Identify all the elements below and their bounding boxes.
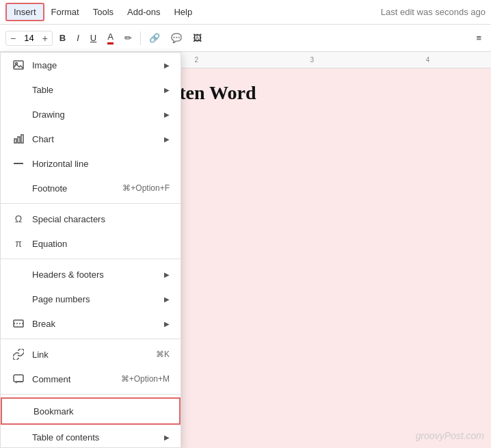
italic-button[interactable]: I [72,31,83,45]
divider-divider3 [1,339,181,339]
label-break: Break [32,319,161,329]
menu-item-horizontal-line[interactable]: Horizontal line [1,151,181,176]
shortcut-comment: ⌘+Option+M [121,374,170,384]
empty-icon-table [12,83,25,96]
ruler-mark-2: 2 [194,56,198,64]
svg-rect-8 [14,375,23,382]
empty-icon-drawing [12,107,25,121]
arrow-break: ▶ [164,320,170,328]
label-page-numbers: Page numbers [32,294,161,304]
arrow-chart: ▶ [164,135,170,143]
svg-rect-4 [21,135,23,143]
menu-item-drawing[interactable]: Drawing ▶ [1,102,181,127]
menu-item-headers-footers[interactable]: Headers & footers ▶ [1,262,181,287]
link-icon [12,347,25,361]
menu-item-chart[interactable]: Chart ▶ [1,127,181,151]
watermark: groovyPost.com [416,430,484,441]
chart-icon [12,132,25,146]
bold-button[interactable]: B [55,31,70,45]
font-color-button[interactable]: A [103,29,118,47]
label-table: Table [32,85,161,95]
svg-rect-6 [14,320,23,327]
label-special-chars: Special characters [32,214,170,224]
menu-icon-button[interactable]: ≡ [472,31,486,45]
arrow-drawing: ▶ [164,111,170,118]
menu-item-comment[interactable]: Comment ⌘+Option+M [1,367,181,391]
last-edit-label: Last edit was seconds ago [381,7,486,17]
empty-icon-bookmark [13,404,27,418]
label-footnote: Footnote [32,183,117,194]
label-link: Link [32,350,150,360]
ruler-mark-4: 4 [426,56,430,64]
label-drawing: Drawing [32,109,161,120]
font-size-value: 14 [20,31,38,44]
menu-bar: Insert Format Tools Add-ons Help Last ed… [0,0,491,25]
arrow-toc: ▶ [164,434,170,441]
main-layout: Image ▶ Table ▶ Drawing ▶ Chart ▶ Horizo… [0,52,491,448]
comment-icon [12,372,25,386]
menu-item-page-numbers[interactable]: Page numbers ▶ [1,287,181,311]
insert-dropdown-menu: Image ▶ Table ▶ Drawing ▶ Chart ▶ Horizo… [0,52,181,448]
label-image: Image [32,60,161,70]
font-color-label: A [107,31,114,44]
arrow-image: ▶ [164,62,170,69]
divider-divider4 [1,394,181,395]
font-size-increase[interactable]: + [38,31,52,45]
font-size-control: − 14 + [5,31,53,46]
insert-image-toolbar[interactable]: 🖼 [189,31,206,45]
link-toolbar-button[interactable]: 🔗 [145,31,164,45]
empty-icon-footnote [12,181,25,195]
label-chart: Chart [32,134,161,144]
svg-rect-0 [14,61,23,69]
arrow-table: ▶ [164,86,170,94]
menu-item-image[interactable]: Image ▶ [1,53,181,77]
toolbar-right: ≡ [472,31,486,45]
divider-divider1 [1,203,181,204]
empty-icon-headers-footers [12,267,25,281]
svg-rect-2 [14,139,16,143]
label-equation: Equation [32,239,170,249]
label-comment: Comment [32,374,116,384]
menu-format[interactable]: Format [44,4,86,20]
menu-item-break[interactable]: Break ▶ [1,311,181,336]
svg-rect-3 [18,137,20,143]
shortcut-footnote: ⌘+Option+F [122,183,170,193]
toolbar-separator-1 [140,31,141,45]
ruler-mark-3: 3 [310,56,315,64]
line-icon [12,157,25,170]
label-headers-footers: Headers & footers [32,269,161,280]
menu-item-toc[interactable]: Table of contents ▶ [1,425,181,448]
arrow-page-numbers: ▶ [164,295,170,303]
empty-icon-page-numbers [12,292,25,306]
label-bookmark: Bookmark [34,406,168,417]
label-horizontal-line: Horizontal line [32,159,170,169]
divider-divider2 [1,259,181,259]
shortcut-link: ⌘K [156,350,170,359]
break-icon [12,317,25,330]
menu-item-equation[interactable]: π Equation [1,231,181,256]
label-toc: Table of contents [32,432,161,443]
menu-item-link[interactable]: Link ⌘K [1,342,181,367]
highlight-button[interactable]: ✏ [120,31,136,45]
menu-tools[interactable]: Tools [86,4,120,20]
menu-item-bookmark[interactable]: Bookmark [1,397,181,425]
menu-item-table[interactable]: Table ▶ [1,77,181,102]
font-size-decrease[interactable]: − [6,31,20,45]
image-icon [12,58,25,72]
menu-insert[interactable]: Insert [5,3,44,21]
menu-item-footnote[interactable]: Footnote ⌘+Option+F [1,176,181,200]
omega-icon: Ω [12,212,25,226]
highlight-label: ✏ [124,33,132,43]
menu-help[interactable]: Help [167,4,199,20]
underline-button[interactable]: U [86,31,101,45]
pi-icon: π [12,237,25,250]
insert-comment-toolbar[interactable]: 💬 [167,31,186,45]
menu-item-special-chars[interactable]: Ω Special characters [1,207,181,231]
empty-icon-toc [12,430,25,444]
arrow-headers-footers: ▶ [164,271,170,278]
menu-addons[interactable]: Add-ons [120,4,167,20]
toolbar: − 14 + B I U A ✏ 🔗 💬 🖼 ≡ [0,25,491,52]
